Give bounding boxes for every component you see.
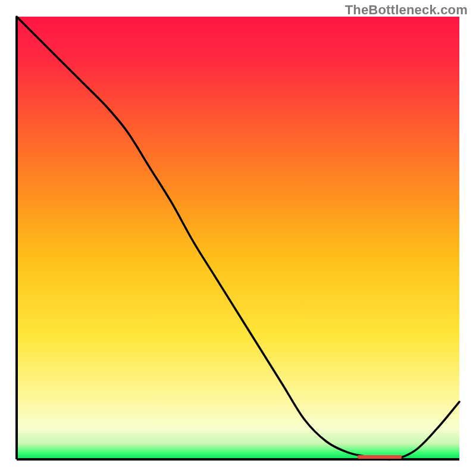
minimum-marker — [358, 455, 402, 459]
watermark-text: TheBottleneck.com — [345, 2, 468, 18]
chart-stage: TheBottleneck.com — [0, 0, 476, 476]
bottleneck-chart — [0, 0, 476, 476]
